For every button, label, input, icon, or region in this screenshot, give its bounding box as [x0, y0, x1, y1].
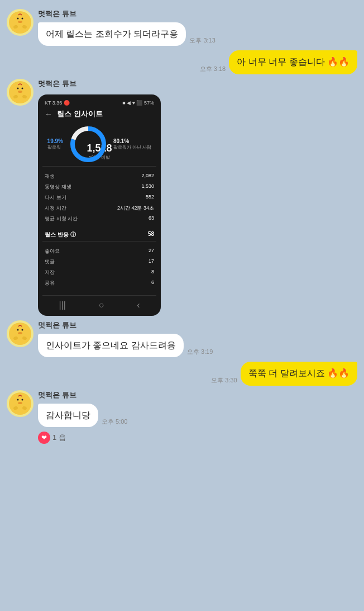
bubble-row-4: 인사이트가 좋으네요 감사드려용 오후 3:19	[38, 334, 213, 357]
reaction-val-3: 6	[151, 280, 154, 287]
reaction-label-2: 저장	[45, 269, 55, 276]
svg-point-13	[22, 87, 23, 89]
message-row-4: 멋쩍은 튜브 인사이트가 좋으네요 감사드려용 오후 3:19	[7, 320, 357, 357]
incoming-group-4: 멋쩍은 튜브 인사이트가 좋으네요 감사드려용 오후 3:19	[38, 320, 213, 357]
right-pct: 80.1%	[113, 138, 151, 144]
battery-icons: ■ ◀ ♥ ⬛ 57%	[122, 100, 154, 106]
stat-val-2: 552	[146, 194, 154, 201]
stat-label-1: 동영상 재생	[45, 183, 71, 191]
stat-label-4: 평균 시청 시간	[45, 215, 78, 222]
stat-row-4: 평균 시청 시간 63	[42, 214, 156, 224]
timestamp-4: 오후 3:19	[187, 348, 213, 356]
chat-container: 멋쩍은 튜브 어제 릴스는 조회수가 되더라구용 오후 3:13 오후 3:18…	[7, 9, 357, 444]
reaction-row-2: 저장 8	[42, 267, 156, 278]
donut-chart	[69, 125, 108, 164]
bubble-row-6: 감사합니당 오후 5:00	[38, 404, 127, 427]
svg-point-24	[22, 329, 23, 330]
svg-point-23	[17, 329, 19, 330]
svg-point-5	[22, 18, 23, 20]
incoming-group-1: 멋쩍은 튜브 어제 릴스는 조회수가 되더라구용 오후 3:13	[38, 9, 215, 46]
timestamp-2: 오후 3:18	[200, 65, 226, 73]
phone-screen-title: 릴스 인사이트	[57, 109, 103, 119]
phone-stats: 재생 2,082 동영상 재생 1,530 다시 보기 552 시청 시간 2시…	[42, 166, 156, 224]
svg-point-11	[18, 91, 22, 93]
message-row-2: 오후 3:18 아 너무 너무 좋습니다 🔥🔥	[7, 50, 357, 74]
stat-val-4: 63	[149, 215, 154, 222]
stat-val-1: 1,530	[141, 183, 154, 191]
carrier-text: KT 3:36 🔴	[45, 100, 70, 106]
reaction-row-1: 댓글 17	[42, 257, 156, 267]
stat-val-3: 2시간 42분 34초	[117, 205, 154, 212]
timestamp-6: 오후 5:00	[102, 418, 127, 426]
avatar-1	[7, 9, 33, 36]
left-label: 팔로워	[47, 144, 63, 150]
right-label: 팔로워가 아닌 사람	[113, 144, 151, 150]
legend-left: 19.9% 팔로워	[47, 138, 63, 150]
heart-icon: ❤	[38, 432, 50, 444]
reaction-val-1: 17	[149, 258, 154, 266]
legend-right: 80.1% 팔로워가 아닌 사람	[113, 138, 151, 150]
nav-back-icon[interactable]: ‹	[137, 300, 140, 310]
bubble-4[interactable]: 인사이트가 좋으네요 감사드려용	[38, 334, 184, 357]
stat-row-3: 시청 시간 2시간 42분 34초	[42, 203, 156, 214]
stat-row-0: 재생 2,082	[42, 171, 156, 182]
nav-home-icon[interactable]: ○	[99, 300, 104, 310]
svg-point-2	[15, 15, 25, 25]
avatar-6	[7, 390, 33, 417]
reactions-total: 58	[148, 231, 154, 239]
reaction-label-1: 댓글	[45, 258, 55, 266]
reactions-header-label: 릴스 반응 ⓘ	[45, 231, 76, 239]
message-row-1: 멋쩍은 튜브 어제 릴스는 조회수가 되더라구용 오후 3:13	[7, 9, 357, 46]
svg-point-30	[18, 402, 22, 404]
bubble-1[interactable]: 어제 릴스는 조회수가 되더라구용	[38, 22, 186, 46]
incoming-group-3: 멋쩍은 튜브 KT 3:36 🔴 ■ ◀ ♥ ⬛ 57% ← 릴스 인사이트 1…	[38, 79, 161, 316]
phone-screenshot: KT 3:36 🔴 ■ ◀ ♥ ⬛ 57% ← 릴스 인사이트 19.9% 팔로…	[38, 94, 161, 316]
avatar-4	[7, 320, 33, 347]
message-row-6: 멋쩍은 튜브 감사합니당 오후 5:00 ❤ 1 읍	[7, 390, 357, 444]
phone-nav-bar: ||| ○ ‹	[42, 295, 156, 310]
back-arrow-icon[interactable]: ←	[45, 110, 52, 119]
reaction-label-0: 좋아요	[45, 248, 60, 255]
svg-point-21	[15, 326, 25, 336]
sender-name-1: 멋쩍은 튜브	[38, 9, 215, 19]
stat-row-2: 다시 보기 552	[42, 192, 156, 203]
svg-point-32	[22, 399, 23, 400]
phone-header: ← 릴스 인사이트	[42, 109, 156, 119]
stat-row-1: 동영상 재생 1,530	[42, 182, 156, 192]
nav-menu-icon[interactable]: |||	[59, 300, 65, 310]
svg-point-29	[15, 396, 25, 406]
reaction-label-3: 공유	[45, 280, 55, 287]
svg-point-4	[17, 18, 19, 20]
bubble-5[interactable]: 쭉쭉 더 달려보시죠 🔥🔥	[241, 362, 357, 385]
left-pct: 19.9%	[47, 138, 63, 144]
bubble-6[interactable]: 감사합니당	[38, 404, 98, 427]
message-row-3: 멋쩍은 튜브 KT 3:36 🔴 ■ ◀ ♥ ⬛ 57% ← 릴스 인사이트 1…	[7, 79, 357, 316]
reaction-val-0: 27	[149, 248, 154, 255]
bubble-row-1: 어제 릴스는 조회수가 되더라구용 오후 3:13	[38, 22, 215, 46]
svg-point-12	[17, 87, 19, 89]
bubble-2-text: 아 너무 너무 좋습니다 🔥🔥	[237, 57, 349, 67]
svg-point-31	[17, 399, 19, 400]
reaction-val-2: 8	[151, 269, 154, 276]
avatar-3	[7, 79, 33, 106]
reaction-label: 읍	[59, 433, 66, 443]
reaction-count: 1	[52, 433, 56, 442]
timestamp-5: 오후 3:30	[211, 376, 237, 385]
bubble-2[interactable]: 아 너무 너무 좋습니다 🔥🔥	[229, 50, 357, 74]
svg-point-22	[18, 332, 22, 334]
donut-legend-right: 80.1% 팔로워가 아닌 사람	[113, 138, 151, 150]
stat-label-3: 시청 시간	[45, 205, 66, 212]
reaction-badge[interactable]: ❤ 1 읍	[38, 432, 127, 444]
stat-val-0: 2,082	[141, 173, 154, 180]
bubble-5-text: 쭉쭉 더 달려보시죠 🔥🔥	[248, 368, 349, 378]
stat-label-0: 재생	[45, 173, 55, 180]
stat-label-2: 다시 보기	[45, 194, 66, 201]
donut-legend-left: 19.9% 팔로워	[47, 138, 63, 150]
sender-name-4: 멋쩍은 튜브	[38, 320, 213, 330]
message-row-5: 오후 3:30 쭉쭉 더 달려보시죠 🔥🔥	[7, 362, 357, 385]
phone-status-bar: KT 3:36 🔴 ■ ◀ ♥ ⬛ 57%	[42, 100, 156, 106]
svg-point-10	[15, 84, 25, 94]
reaction-row-3: 공유 6	[42, 278, 156, 288]
reactions-list: 좋아요 27 댓글 17 저장 8 공유 6	[42, 241, 156, 288]
sender-name-6: 멋쩍은 튜브	[38, 390, 127, 400]
